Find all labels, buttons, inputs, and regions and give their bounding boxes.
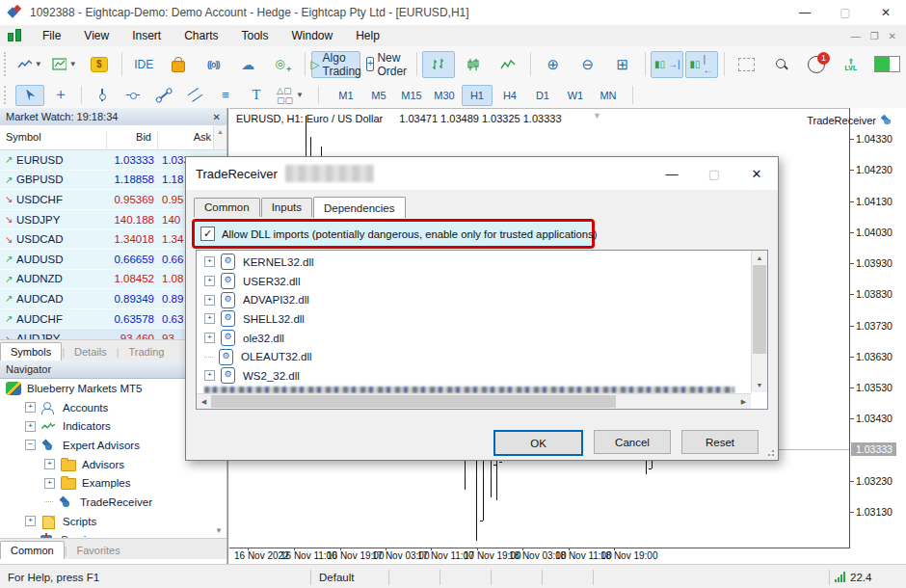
expand-icon[interactable]: + xyxy=(204,295,215,306)
dialog-tab-inputs[interactable]: Inputs xyxy=(261,198,312,217)
line-chart-type-button[interactable] xyxy=(492,51,524,78)
child-minimize-button[interactable]: — xyxy=(851,31,861,41)
menu-charts[interactable]: Charts xyxy=(173,26,229,45)
crosshair-tool-button[interactable]: ＋ xyxy=(46,85,75,106)
menu-window[interactable]: Window xyxy=(280,26,345,45)
menu-help[interactable]: Help xyxy=(344,26,391,45)
shapes-tool-button[interactable]: △▢▢▢▼ xyxy=(273,85,307,106)
search-button[interactable] xyxy=(765,51,798,78)
tab-favorites[interactable]: Favorites xyxy=(67,542,129,559)
scroll-up-icon[interactable]: ▲ xyxy=(752,251,767,265)
tab-symbols[interactable]: Symbols xyxy=(0,342,62,361)
ok-button[interactable]: OK xyxy=(493,430,583,456)
menu-tools[interactable]: Tools xyxy=(230,26,280,45)
scroll-down-icon[interactable]: ▼ xyxy=(215,526,223,535)
dll-row-shell32.dll[interactable]: +⚙SHELL32.dll xyxy=(197,309,751,329)
child-restore-button[interactable]: ❐ xyxy=(870,31,879,41)
reset-button[interactable]: Reset xyxy=(681,430,759,454)
dll-row-ws2_32.dll[interactable]: +⚙WS2_32.dll xyxy=(197,366,751,386)
screenshot-button[interactable] xyxy=(731,51,763,78)
tab-trading[interactable]: Trading xyxy=(120,343,174,361)
column-bid[interactable]: Bid xyxy=(136,131,151,143)
expand-icon[interactable]: + xyxy=(204,276,215,286)
collapse-icon[interactable]: − xyxy=(25,440,36,450)
column-symbol[interactable]: Symbol xyxy=(6,131,41,143)
allow-dll-checkbox[interactable]: ✓ xyxy=(200,227,215,241)
scroll-up-icon[interactable]: ▲ xyxy=(213,125,226,149)
timeframe-m5[interactable]: M5 xyxy=(363,85,394,106)
vertical-scrollbar[interactable]: ▲ ▼ xyxy=(751,251,767,392)
timeframe-m1[interactable]: M1 xyxy=(331,85,361,106)
resize-grip[interactable] xyxy=(767,449,775,457)
tab-common[interactable]: Common xyxy=(0,541,65,559)
child-close-button[interactable]: ✕ xyxy=(889,31,896,41)
timeframe-w1[interactable]: W1 xyxy=(560,85,591,106)
auto-scroll-button[interactable]: ▮▯|← xyxy=(685,51,718,78)
vertical-line-tool-button[interactable] xyxy=(88,85,117,106)
collapse-arrow-icon[interactable]: ▼ xyxy=(593,111,601,120)
cancel-button[interactable]: Cancel xyxy=(594,430,671,454)
dialog-close-button[interactable]: ✕ xyxy=(735,157,778,190)
channel-tool-button[interactable] xyxy=(180,85,209,106)
dll-row-oleaut32.dll[interactable]: ⚙OLEAUT32.dll xyxy=(197,347,751,366)
dialog-maximize-button[interactable]: ▢ xyxy=(693,157,735,190)
cursor-tool-button[interactable] xyxy=(15,85,44,106)
trendline-tool-button[interactable] xyxy=(149,85,178,106)
timeframe-mn[interactable]: MN xyxy=(593,85,624,106)
expand-icon[interactable]: + xyxy=(204,370,215,381)
expand-icon[interactable]: + xyxy=(25,421,36,432)
menu-insert[interactable]: Insert xyxy=(120,26,173,45)
metaeditor-button[interactable]: IDE xyxy=(127,51,160,78)
zoom-out-button[interactable]: ⊖ xyxy=(572,51,604,78)
horizontal-scrollbar[interactable]: ◀ ▶ xyxy=(197,393,751,409)
expand-icon[interactable]: + xyxy=(204,256,215,267)
timeframe-h4[interactable]: H4 xyxy=(494,85,525,106)
zoom-in-button[interactable]: ⊕ xyxy=(537,51,570,78)
horizontal-line-tool-button[interactable] xyxy=(119,85,147,106)
algo-trading-button[interactable]: ▷ Algo Trading xyxy=(311,51,360,78)
price-axis[interactable]: 1.043301.042301.041301.040301.039301.038… xyxy=(850,108,906,547)
fibonacci-tool-button[interactable]: ≡ xyxy=(211,85,240,106)
text-tool-button[interactable]: T xyxy=(242,85,271,106)
bar-chart-type-button[interactable] xyxy=(422,51,455,78)
scroll-left-icon[interactable]: ◀ xyxy=(197,394,211,409)
timeframe-m30[interactable]: M30 xyxy=(429,85,460,106)
expand-icon[interactable]: + xyxy=(204,313,215,324)
expand-icon[interactable]: + xyxy=(44,459,55,469)
dialog-title-bar[interactable]: TradeReceiver — ▢ ✕ xyxy=(186,157,778,190)
vps-button[interactable] xyxy=(266,51,299,78)
level-button[interactable]: ⇧LVL xyxy=(835,51,867,78)
tree-item-tradereceiver[interactable]: TradeReceiver xyxy=(0,493,226,512)
scroll-right-icon[interactable]: ▶ xyxy=(736,394,751,409)
shift-end-button[interactable]: ▮▯→| xyxy=(651,51,683,78)
signals-button[interactable]: ((o)) xyxy=(197,51,229,78)
maximize-button[interactable]: ▢ xyxy=(825,0,866,25)
close-button[interactable]: ✕ xyxy=(866,0,906,25)
new-order-button[interactable]: + New Order xyxy=(362,51,410,78)
dll-row-ole32.dll[interactable]: +⚙ole32.dll xyxy=(197,329,751,348)
expand-icon[interactable]: + xyxy=(25,516,36,526)
tree-item-scripts[interactable]: +Scripts xyxy=(0,512,226,531)
scrollbar-thumb[interactable] xyxy=(753,265,766,354)
timeframe-d1[interactable]: D1 xyxy=(527,85,558,106)
expand-icon[interactable]: + xyxy=(25,402,36,413)
dialog-tab-dependencies[interactable]: Dependencies xyxy=(313,197,406,218)
deposit-button[interactable]: $ xyxy=(83,51,116,78)
expand-icon[interactable]: + xyxy=(204,333,215,343)
status-profile[interactable]: Default xyxy=(311,572,388,583)
dll-row-kernel32.dll[interactable]: +⚙KERNEL32.dll xyxy=(197,253,751,272)
dialog-tab-common[interactable]: Common xyxy=(194,198,260,217)
menu-view[interactable]: View xyxy=(72,26,120,45)
close-icon[interactable]: ✕ xyxy=(213,112,221,122)
cloud-button[interactable]: ☁ xyxy=(231,51,264,78)
scroll-down-icon[interactable]: ▼ xyxy=(752,378,767,392)
toolbar-grip[interactable] xyxy=(4,86,11,104)
timeframe-h1[interactable]: H1 xyxy=(462,85,493,106)
dll-row-advapi32.dll[interactable]: +⚙ADVAPI32.dll xyxy=(197,290,751,309)
tab-details[interactable]: Details xyxy=(65,343,117,361)
timeframe-m15[interactable]: M15 xyxy=(396,85,427,106)
minimize-button[interactable]: — xyxy=(785,0,825,25)
scrollbar-thumb[interactable] xyxy=(211,395,616,408)
tree-item-examples[interactable]: +Examples xyxy=(0,473,226,493)
new-chart-button[interactable]: ▼ xyxy=(13,51,46,78)
